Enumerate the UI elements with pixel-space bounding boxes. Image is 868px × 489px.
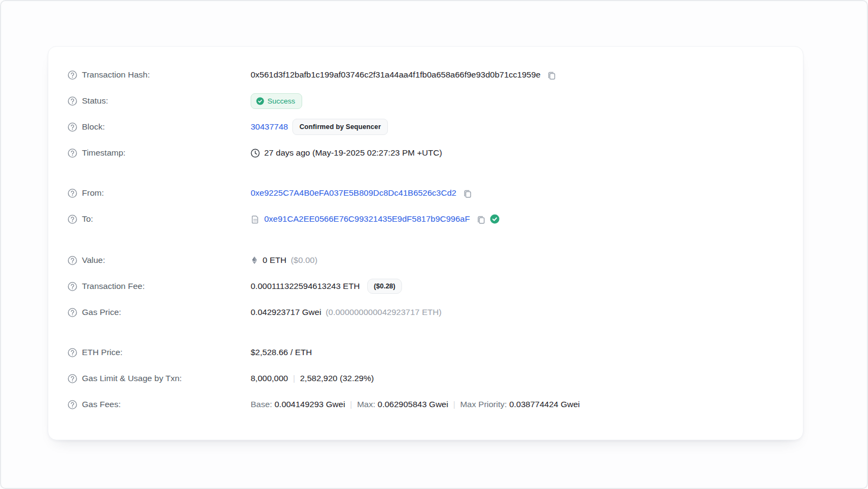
eth-price-value: $2,528.66 / ETH <box>251 348 312 357</box>
verified-check-icon <box>490 214 500 224</box>
section-gap <box>68 325 783 339</box>
help-icon[interactable] <box>68 189 77 198</box>
gas-price-gwei: 0.042923717 Gwei <box>251 307 321 317</box>
gas-fees-max-priority-value: 0.038774424 Gwei <box>509 400 580 409</box>
help-icon[interactable] <box>68 256 77 265</box>
timestamp-label: Timestamp: <box>82 148 125 158</box>
copy-icon <box>463 189 472 198</box>
status-badge: Success <box>251 93 302 109</box>
help-icon[interactable] <box>68 282 77 291</box>
contract-file-icon <box>251 215 260 224</box>
copy-icon <box>547 70 556 80</box>
status-label: Status: <box>82 96 108 106</box>
success-check-icon <box>256 97 264 105</box>
gas-fees-max-priority-label: Max Priority: <box>460 400 507 409</box>
help-icon[interactable] <box>68 308 77 317</box>
gas-price-eth: (0.000000000042923717 ETH) <box>326 307 442 317</box>
from-address-link[interactable]: 0xe9225C7A4B0eFA037E5B809Dc8Dc41B6526c3C… <box>251 188 456 198</box>
gas-limit-value: 8,000,000 <box>251 374 288 383</box>
gas-usage-value: 2,582,920 (32.29%) <box>300 374 374 383</box>
help-icon[interactable] <box>68 348 77 357</box>
to-label: To: <box>82 214 93 224</box>
separator: | <box>453 400 455 409</box>
block-label: Block: <box>82 122 105 132</box>
clock-icon <box>251 149 260 158</box>
timestamp-value: 27 days ago (May-19-2025 02:27:23 PM +UT… <box>264 148 442 158</box>
help-icon[interactable] <box>68 215 77 224</box>
transaction-fee-amount: 0.000111322594613243 ETH <box>251 281 360 291</box>
gas-fees-max-label: Max: <box>357 400 375 409</box>
transaction-details-card: Transaction Hash: 0x561d3f12bafb1c199af0… <box>48 46 803 440</box>
row-eth-price: ETH Price: $2,528.66 / ETH <box>68 339 783 365</box>
row-from: From: 0xe9225C7A4B0eFA037E5B809Dc8Dc41B6… <box>68 180 783 206</box>
from-label: From: <box>82 188 104 198</box>
block-number-link[interactable]: 30437748 <box>251 122 288 132</box>
separator: | <box>350 400 352 409</box>
copy-to-address-button[interactable] <box>476 215 486 224</box>
value-amount: 0 ETH <box>263 255 286 265</box>
row-transaction-fee: Transaction Fee: 0.000111322594613243 ET… <box>68 273 783 299</box>
row-transaction-hash: Transaction Hash: 0x561d3f12bafb1c199af0… <box>68 62 783 88</box>
row-to: To: 0xe91CA2EE0566E76C99321435E9dF5817b9… <box>68 206 783 232</box>
gas-price-label: Gas Price: <box>82 307 121 317</box>
row-timestamp: Timestamp: 27 days ago (May-19-2025 02:2… <box>68 140 783 166</box>
help-icon[interactable] <box>68 374 77 383</box>
copy-hash-button[interactable] <box>547 70 556 80</box>
gas-fees-label: Gas Fees: <box>82 400 121 409</box>
gas-fees-max-value: 0.062905843 Gwei <box>378 400 448 409</box>
transaction-fee-usd-badge: ($0.28) <box>367 279 402 294</box>
help-icon[interactable] <box>68 123 77 132</box>
row-gas-price: Gas Price: 0.042923717 Gwei (0.000000000… <box>68 299 783 325</box>
separator: | <box>293 374 295 383</box>
help-icon[interactable] <box>68 96 77 106</box>
value-label: Value: <box>82 255 105 265</box>
row-gas-limit-usage: Gas Limit & Usage by Txn: 8,000,000 | 2,… <box>68 365 783 391</box>
eth-price-label: ETH Price: <box>82 348 123 357</box>
value-usd: ($0.00) <box>291 255 317 265</box>
transaction-hash-value: 0x561d3f12bafb1c199af03746c2f31a44aa4f1f… <box>251 70 540 80</box>
gas-limit-label: Gas Limit & Usage by Txn: <box>82 374 182 383</box>
help-icon[interactable] <box>68 149 77 158</box>
transaction-fee-label: Transaction Fee: <box>82 281 145 291</box>
eth-icon <box>251 256 258 265</box>
row-gas-fees: Gas Fees: Base: 0.004149293 Gwei | Max: … <box>68 391 783 417</box>
gas-fees-base-label: Base: <box>251 400 272 409</box>
to-address-link[interactable]: 0xe91CA2EE0566E76C99321435E9dF5817b9C996… <box>264 214 470 224</box>
help-icon[interactable] <box>68 70 77 80</box>
row-block: Block: 30437748 Confirmed by Sequencer <box>68 114 783 140</box>
gas-fees-base-value: 0.004149293 Gwei <box>275 400 345 409</box>
row-value: Value: 0 ETH ($0.00) <box>68 247 783 273</box>
help-icon[interactable] <box>68 400 77 409</box>
transaction-hash-label: Transaction Hash: <box>82 70 150 80</box>
copy-icon <box>476 215 486 224</box>
sequencer-badge: Confirmed by Sequencer <box>292 119 388 135</box>
copy-from-address-button[interactable] <box>463 189 472 198</box>
row-status: Status: Success <box>68 88 783 114</box>
section-gap <box>68 166 783 180</box>
section-gap <box>68 232 783 247</box>
status-badge-text: Success <box>267 97 295 105</box>
